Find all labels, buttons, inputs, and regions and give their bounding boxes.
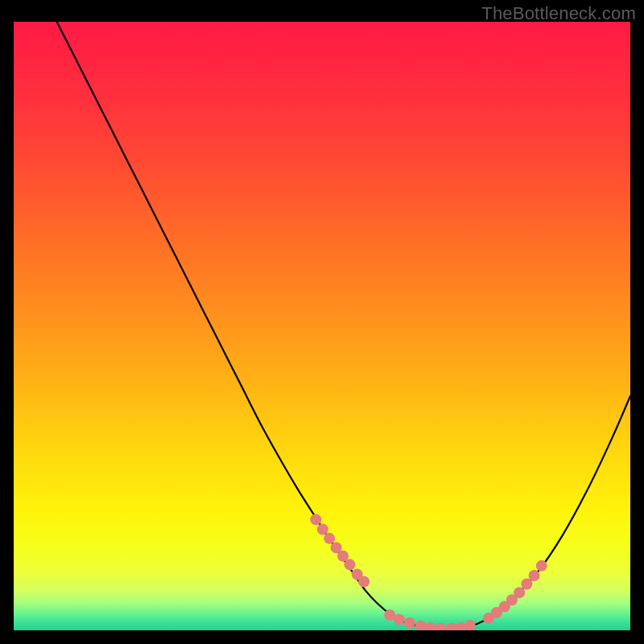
data-marker — [529, 570, 540, 581]
data-marker — [358, 576, 369, 588]
data-marker — [317, 524, 328, 535]
data-marker — [464, 620, 476, 630]
data-marker — [435, 623, 446, 630]
curve-layer — [14, 22, 630, 630]
plot-area — [14, 22, 630, 630]
marker-group — [310, 514, 547, 630]
chart-frame: TheBottleneck.com — [0, 0, 644, 644]
watermark-text: TheBottleneck.com — [481, 3, 636, 24]
data-marker — [394, 613, 405, 625]
data-marker — [310, 514, 321, 525]
data-marker — [514, 587, 525, 598]
data-marker — [536, 560, 547, 572]
data-marker — [324, 533, 335, 544]
data-marker — [404, 617, 415, 629]
bottleneck-curve — [57, 22, 630, 630]
data-marker — [425, 622, 436, 630]
data-marker — [521, 579, 532, 590]
data-marker — [415, 621, 427, 630]
data-marker — [344, 559, 355, 570]
